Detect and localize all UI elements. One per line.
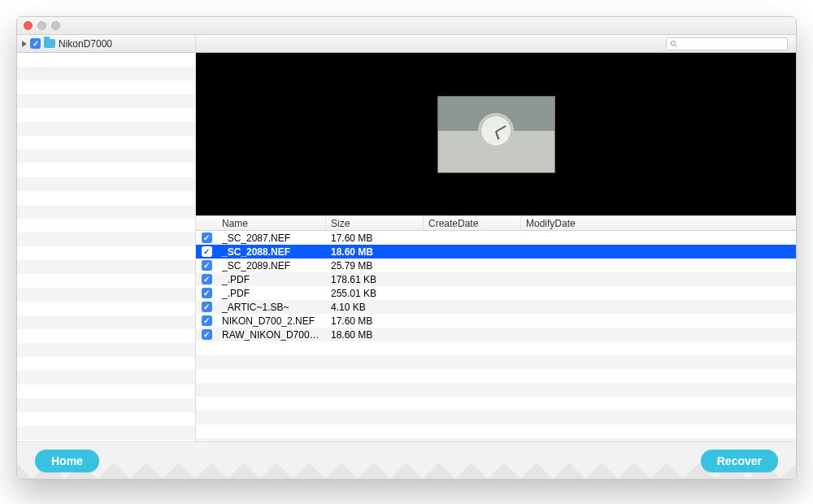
col-header-name[interactable]: Name — [217, 216, 326, 230]
row-checkbox[interactable] — [202, 274, 212, 285]
cell-name: _SC_2089.NEF — [217, 259, 326, 273]
table-row[interactable]: _ARTIC~1.SB~4.10 KB — [196, 300, 796, 314]
cell-createdate — [424, 278, 521, 281]
cell-name: _.PDF — [217, 272, 326, 287]
table-row[interactable]: _.PDF255.01 KB — [196, 286, 796, 300]
table-row[interactable]: NIKON_D700_2.NEF17.60 MB — [196, 314, 796, 328]
cell-size: 18.60 MB — [326, 245, 424, 259]
cell-modifydate — [521, 250, 796, 254]
sidebar-root-label: NikonD7000 — [59, 38, 112, 50]
titlebar — [17, 17, 796, 35]
disclosure-triangle-icon[interactable] — [22, 41, 27, 47]
row-checkbox-cell — [196, 259, 217, 272]
row-checkbox[interactable] — [202, 302, 212, 312]
cell-createdate — [424, 237, 521, 240]
cell-size: 17.60 MB — [326, 314, 424, 328]
cell-name: _.PDF — [217, 286, 326, 301]
sidebar-root-row[interactable]: NikonD7000 — [17, 35, 196, 52]
table-row[interactable]: _.PDF178.61 KB — [196, 272, 796, 286]
cell-createdate — [424, 306, 521, 309]
row-checkbox-cell — [196, 314, 217, 328]
row-checkbox[interactable] — [202, 232, 212, 243]
cell-size: 255.01 KB — [326, 286, 424, 301]
root-checkbox[interactable] — [30, 38, 41, 49]
cell-createdate — [424, 264, 521, 267]
cell-modifydate — [521, 306, 796, 309]
home-button[interactable]: Home — [35, 450, 99, 472]
cell-size: 17.60 MB — [326, 231, 424, 245]
col-header-createdate[interactable]: CreateDate — [424, 216, 521, 230]
cell-name: _SC_2087.NEF — [217, 231, 326, 245]
table-row[interactable]: _SC_2088.NEF18.60 MB — [196, 245, 796, 259]
preview-thumbnail[interactable] — [437, 96, 555, 173]
cell-modifydate — [521, 319, 796, 323]
cell-name: _SC_2088.NEF — [217, 245, 326, 259]
cell-modifydate — [521, 278, 796, 281]
table-row[interactable]: _SC_2089.NEF25.79 MB — [196, 259, 796, 272]
search-input[interactable] — [680, 39, 784, 49]
col-header-size[interactable]: Size — [326, 216, 424, 230]
row-checkbox-cell — [196, 272, 217, 286]
row-checkbox-cell — [196, 245, 217, 259]
svg-point-0 — [671, 41, 675, 45]
window-zoom-button[interactable] — [51, 21, 60, 30]
row-checkbox[interactable] — [202, 329, 212, 340]
row-checkbox-cell — [196, 286, 217, 300]
clock-icon — [478, 113, 514, 149]
file-table: Name Size CreateDate ModifyDate _SC_2087… — [196, 215, 796, 441]
cell-createdate — [424, 292, 521, 295]
cell-createdate — [424, 333, 521, 337]
window-minimize-button[interactable] — [37, 21, 46, 30]
table-header: Name Size CreateDate ModifyDate — [196, 215, 796, 231]
cell-modifydate — [521, 237, 796, 240]
row-checkbox-cell — [196, 328, 217, 341]
col-header-modifydate[interactable]: ModifyDate — [521, 216, 796, 230]
cell-modifydate — [521, 292, 796, 295]
search-field[interactable] — [666, 37, 788, 50]
cell-size: 25.79 MB — [326, 259, 424, 273]
cell-modifydate — [521, 264, 796, 267]
cell-createdate — [424, 250, 521, 254]
body: Name Size CreateDate ModifyDate _SC_2087… — [17, 53, 796, 441]
col-header-check — [196, 216, 217, 230]
window-close-button[interactable] — [24, 21, 33, 30]
row-checkbox[interactable] — [202, 315, 212, 326]
table-row[interactable]: _SC_2087.NEF17.60 MB — [196, 231, 796, 245]
table-body[interactable]: _SC_2087.NEF17.60 MB_SC_2088.NEF18.60 MB… — [196, 231, 796, 441]
cell-size: 18.60 MB — [326, 328, 424, 342]
folder-icon — [44, 39, 55, 48]
cell-name: NIKON_D700_2.NEF — [217, 314, 326, 328]
search-icon — [670, 40, 677, 48]
row-checkbox-cell — [196, 300, 217, 314]
main-panel: Name Size CreateDate ModifyDate _SC_2087… — [196, 53, 796, 441]
toolbar: NikonD7000 — [17, 35, 796, 53]
footer: Home Recover — [17, 441, 796, 479]
app-window: NikonD7000 Name Size CreateDate Modif — [16, 16, 797, 480]
recover-button[interactable]: Recover — [701, 450, 778, 472]
row-checkbox[interactable] — [202, 288, 212, 298]
sidebar[interactable] — [17, 53, 196, 441]
svg-line-1 — [675, 45, 676, 46]
cell-size: 178.61 KB — [326, 272, 424, 287]
preview-pane — [196, 53, 796, 215]
cell-createdate — [424, 319, 521, 323]
table-row[interactable]: RAW_NIKON_D7000_1.NEF18.60 MB — [196, 328, 796, 341]
cell-name: _ARTIC~1.SB~ — [217, 300, 326, 315]
cell-name: RAW_NIKON_D7000_1.NEF — [217, 328, 326, 342]
row-checkbox[interactable] — [202, 260, 212, 271]
cell-size: 4.10 KB — [326, 300, 424, 315]
row-checkbox[interactable] — [202, 246, 212, 257]
row-checkbox-cell — [196, 231, 217, 245]
cell-modifydate — [521, 333, 796, 337]
